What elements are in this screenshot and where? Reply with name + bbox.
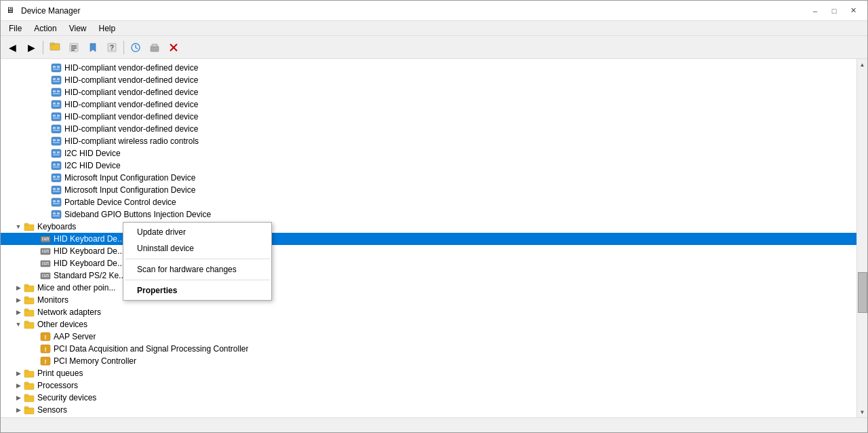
menu-bar: File Action View Help (1, 21, 867, 36)
expand-btn-monitors[interactable]: ▶ (13, 295, 24, 305)
svg-rect-60 (53, 203, 60, 204)
expand-btn-print[interactable]: ▶ (13, 368, 24, 379)
label-mice: Mice and other poin... (37, 283, 115, 293)
label-hid4: HID-compliant vendor-defined device (64, 100, 198, 109)
show-properties-button[interactable] (65, 39, 83, 56)
svg-rect-52 (53, 178, 60, 180)
expand-placeholder-pci2 (29, 356, 40, 366)
expand-btn-proc[interactable]: ▶ (13, 380, 24, 391)
svg-rect-48 (53, 166, 60, 168)
scroll-up-arrow[interactable]: ▲ (857, 59, 868, 70)
tree-item-swcomp[interactable]: ▶Software components (1, 416, 856, 417)
svg-rect-88 (44, 264, 47, 265)
expand-placeholder-portable (40, 197, 51, 208)
expand-placeholder-kbd3 (29, 258, 40, 269)
tree-item-print[interactable]: ▶Print queues (1, 367, 856, 379)
help-button[interactable]: ? (103, 39, 121, 56)
label-network: Network adapters (37, 307, 101, 317)
vertical-scrollbar[interactable]: ▲ ▼ (856, 59, 867, 417)
ctx-uninstall-device[interactable]: Uninstall device (123, 240, 271, 257)
expand-btn-sensors[interactable]: ▶ (13, 404, 24, 415)
tree-item-pci1[interactable]: !PCI Data Acquisition and Signal Process… (1, 343, 856, 355)
svg-rect-53 (52, 186, 61, 194)
label-print: Print queues (37, 369, 83, 378)
tree-item-ms1[interactable]: Microsoft Input Configuration Device (1, 172, 856, 184)
tree-item-network[interactable]: ▶Network adapters (1, 306, 856, 318)
expand-btn-other[interactable]: ▼ (13, 319, 24, 330)
label-pci2: PCI Memory Controller (54, 356, 136, 366)
minimize-button[interactable]: – (806, 3, 824, 18)
icon-keyboards (24, 221, 35, 232)
svg-rect-1 (50, 43, 54, 45)
expand-placeholder-i2c2 (40, 160, 51, 171)
scroll-track[interactable] (857, 70, 868, 407)
expand-placeholder-aap (29, 331, 40, 342)
svg-rect-117 (24, 396, 34, 402)
tree-item-i2c1[interactable]: I2C HID Device (1, 147, 856, 159)
ctx-properties[interactable]: Properties (123, 282, 271, 299)
menu-file[interactable]: File (3, 22, 27, 35)
tree-item-hid5[interactable]: HID-compliant vendor-defined device (1, 111, 856, 123)
menu-help[interactable]: Help (94, 22, 121, 35)
tree-item-hid7[interactable]: HID-compliant wireless radio controls (1, 135, 856, 147)
label-hid2: HID-compliant vendor-defined device (64, 75, 198, 85)
svg-text:!: ! (45, 334, 47, 341)
menu-view[interactable]: View (64, 22, 92, 35)
svg-rect-26 (53, 102, 56, 105)
svg-rect-86 (46, 262, 47, 263)
expand-btn-keyboards[interactable]: ▼ (13, 221, 24, 232)
expand-placeholder-hid6 (40, 124, 51, 134)
icon-kbd1 (40, 233, 51, 244)
tree-item-hid2[interactable]: HID-compliant vendor-defined device (1, 74, 856, 86)
up-button[interactable] (46, 39, 64, 56)
ctx-update-driver[interactable]: Update driver (123, 224, 271, 240)
uninstall-button[interactable] (165, 39, 182, 56)
tree-item-pci2[interactable]: !PCI Memory Controller (1, 355, 856, 367)
tree-item-proc[interactable]: ▶Processors (1, 379, 856, 392)
svg-rect-103 (24, 310, 34, 316)
expand-btn-swcomp[interactable]: ▶ (13, 417, 24, 417)
scroll-thumb[interactable] (858, 272, 867, 313)
ctx-scan-hardware[interactable]: Scan for hardware changes (123, 261, 271, 278)
tree-item-hid3[interactable]: HID-compliant vendor-defined device (1, 86, 856, 98)
window-icon: 🖥 (6, 5, 17, 16)
back-button[interactable]: ◀ (3, 39, 21, 56)
svg-rect-98 (47, 276, 49, 278)
forward-button[interactable]: ▶ (22, 39, 40, 56)
tree-item-sideband[interactable]: Sideband GPIO Buttons Injection Device (1, 208, 856, 221)
expand-btn-security[interactable]: ▶ (13, 392, 24, 403)
tree-item-security[interactable]: ▶Security devices (1, 392, 856, 404)
svg-rect-119 (24, 408, 34, 414)
expand-placeholder-ms2 (40, 185, 51, 195)
icon-hid5 (51, 111, 62, 122)
svg-rect-5 (71, 50, 75, 51)
svg-rect-82 (47, 252, 49, 253)
tree-item-aap[interactable]: !AAP Server (1, 331, 856, 343)
expand-btn-network[interactable]: ▶ (13, 307, 24, 318)
tree-item-hid1[interactable]: HID-compliant vendor-defined device (1, 62, 856, 74)
svg-rect-22 (53, 90, 56, 92)
svg-rect-97 (47, 274, 49, 276)
tree-item-i2c2[interactable]: I2C HID Device (1, 159, 856, 172)
tree-item-sensors[interactable]: ▶Sensors (1, 404, 856, 416)
svg-rect-81 (47, 250, 49, 251)
svg-rect-44 (53, 154, 60, 155)
scan-button[interactable] (127, 39, 144, 56)
tree-item-ms2[interactable]: Microsoft Input Configuration Device (1, 184, 856, 196)
tree-item-hid4[interactable]: HID-compliant vendor-defined device (1, 98, 856, 111)
driver-button[interactable] (146, 39, 163, 56)
icon-hid3 (51, 87, 62, 98)
scroll-down-arrow[interactable]: ▼ (857, 407, 868, 417)
restore-button[interactable]: □ (825, 3, 843, 18)
close-button[interactable]: ✕ (844, 3, 862, 18)
tree-item-other[interactable]: ▼Other devices (1, 318, 856, 331)
svg-rect-92 (42, 274, 43, 276)
tree-item-hid6[interactable]: HID-compliant vendor-defined device (1, 123, 856, 135)
menu-action[interactable]: Action (28, 22, 62, 35)
expand-btn-mice[interactable]: ▶ (13, 282, 24, 293)
bookmark-button[interactable] (84, 39, 102, 56)
label-ms2: Microsoft Input Configuration Device (64, 185, 195, 195)
expand-placeholder-ps2 (29, 270, 40, 281)
tree-item-portable[interactable]: Portable Device Control device (1, 196, 856, 208)
icon-pci2: ! (40, 356, 51, 366)
